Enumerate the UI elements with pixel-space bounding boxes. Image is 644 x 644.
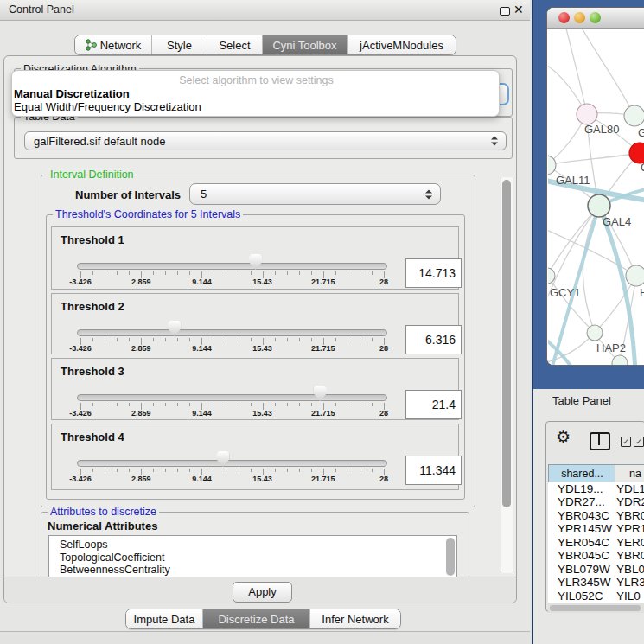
threshold-slider-track[interactable]: [77, 329, 387, 336]
cell-name: YBR0: [616, 549, 644, 562]
slider-tick: [129, 403, 130, 406]
network-node-label: GA: [638, 126, 644, 139]
cell-shared-name: YBR043C: [558, 509, 609, 522]
tab-select[interactable]: Select: [207, 35, 262, 54]
float-window-icon[interactable]: [500, 7, 510, 16]
threshold-label: Threshold 4: [61, 430, 124, 443]
tab-jactivemnodules[interactable]: jActiveMNodules: [347, 35, 456, 54]
tab-discretize-data[interactable]: Discretize Data: [202, 609, 309, 628]
cell-name: YPR1: [616, 522, 644, 535]
slider-tick: [189, 469, 190, 472]
table-row[interactable]: YPR145WYPR1: [548, 522, 644, 535]
close-traffic-light-icon[interactable]: [558, 12, 570, 23]
settings-scrollbar-thumb[interactable]: [502, 180, 511, 507]
slider-tick-label: 2.859: [122, 475, 160, 483]
slider-tick: [177, 271, 178, 275]
threshold-value-field[interactable]: 11.344: [405, 456, 462, 485]
table-hscrollbar-track[interactable]: [548, 603, 644, 613]
table-data-combobox[interactable]: galFiltered.sif default node: [24, 131, 507, 150]
minimize-traffic-light-icon[interactable]: [574, 12, 585, 23]
slider-tick: [287, 338, 288, 341]
apply-button[interactable]: Apply: [233, 582, 292, 603]
checkbox-icon[interactable]: [621, 437, 631, 447]
tab-cyni-toolbox[interactable]: Cyni Toolbox: [262, 35, 347, 54]
attribute-list-item[interactable]: BetweennessCentrality: [49, 564, 456, 577]
tab-infer-network[interactable]: Infer Network: [309, 609, 400, 628]
threshold-slider-track[interactable]: [77, 460, 387, 467]
tab-network[interactable]: Network: [75, 35, 151, 54]
slider-tick-label: 15.43: [244, 344, 282, 353]
slider-tick: [105, 403, 105, 406]
network-window: GAL80GACGAL11GAL4GCY1HHAP2: [546, 7, 644, 366]
table-row[interactable]: YIL052CYIL0: [548, 590, 644, 603]
slider-tick: [239, 271, 239, 275]
slider-tick: [226, 403, 226, 406]
column-header-name[interactable]: na: [615, 464, 644, 484]
slider-tick: [348, 338, 348, 341]
gear-icon[interactable]: ⚙: [556, 428, 571, 447]
cell-name: YER0: [616, 536, 644, 549]
menu-item-equal-width-frequency[interactable]: Equal Width/Frequency Discretization: [14, 100, 201, 113]
network-node-GAL80[interactable]: [577, 104, 597, 124]
threshold-value-field[interactable]: 21.4: [405, 390, 462, 419]
numerical-attributes-list[interactable]: SelfLoopsTopologicalCoefficientBetweenne…: [48, 535, 457, 577]
slider-tick: [153, 271, 154, 275]
slider-tick: [299, 338, 300, 341]
combo-arrows-icon: [425, 188, 432, 200]
slider-tick: [153, 338, 154, 341]
table-row[interactable]: YDL19...YDL1: [548, 482, 644, 495]
threshold-value-field[interactable]: 6.316: [405, 325, 462, 354]
slider-tick: [299, 469, 300, 472]
attribute-list-item[interactable]: TopologicalCoefficient: [49, 552, 456, 564]
attribute-list-item[interactable]: SelfLoops: [49, 539, 456, 552]
table-row[interactable]: YER054CYER0: [548, 536, 644, 549]
slider-tick-label: 2.859: [122, 277, 160, 286]
screen: Control Panel ✕ NetworkStyleSelectCyni T…: [0, 0, 644, 644]
slider-tick: [153, 403, 154, 406]
cell-shared-name: YPR145W: [558, 522, 612, 535]
tab-impute-data[interactable]: Impute Data: [126, 609, 202, 628]
slider-tick: [239, 469, 239, 472]
threshold-value-field[interactable]: 14.713: [405, 258, 462, 288]
algorithm-dropdown-popup: Select algorithm to view settings Manual…: [11, 70, 500, 117]
threshold-slider-track[interactable]: [77, 263, 387, 270]
table-row[interactable]: YBR045CYBR0: [548, 549, 644, 562]
network-node-top-right[interactable]: [624, 105, 644, 126]
column-selector-icon[interactable]: [590, 432, 610, 450]
threshold-slider-track[interactable]: [77, 394, 387, 401]
slider-tick: [105, 271, 105, 275]
slider-tick-label: 15.43: [244, 409, 282, 418]
list-scrollbar-thumb[interactable]: [446, 538, 455, 576]
slider-tick: [214, 338, 214, 341]
number-of-intervals-combobox[interactable]: 5: [189, 183, 441, 205]
network-node-GAL4[interactable]: [588, 194, 610, 217]
column-header-shared-name[interactable]: shared...: [548, 464, 616, 484]
table-row[interactable]: YDR27...YDR2: [548, 495, 644, 508]
slider-tick: [311, 338, 312, 341]
network-node-label: GAL11: [556, 174, 590, 187]
slider-tick-label: 21.715: [304, 277, 342, 286]
tab-label: Style: [167, 39, 192, 52]
slider-tick-label: -3.426: [61, 277, 99, 286]
menu-item-manual-discretization[interactable]: Manual Discretization: [14, 87, 130, 100]
table-row[interactable]: YBR043CYBR0: [548, 509, 644, 522]
slider-tick: [372, 338, 373, 341]
checkbox-icon[interactable]: [634, 437, 644, 447]
interval-definition-legend: Interval Definition: [48, 169, 137, 181]
tab-style[interactable]: Style: [151, 35, 207, 54]
table-hscrollbar-thumb[interactable]: [550, 605, 641, 611]
slider-tick: [92, 338, 93, 341]
slider-tick: [287, 271, 288, 275]
network-node-label: GAL4: [603, 215, 631, 228]
slider-tick: [117, 403, 118, 406]
slider-tick-label: 15.43: [244, 475, 282, 483]
close-icon[interactable]: ✕: [513, 3, 524, 16]
network-canvas[interactable]: GAL80GACGAL11GAL4GCY1HHAP2: [548, 29, 644, 366]
table-row[interactable]: YLR345WYLR3: [548, 576, 644, 589]
table-row[interactable]: YBL079WYBL0: [548, 563, 644, 576]
attributes-legend: Attributes to discretize: [48, 506, 159, 518]
network-node-HAP2[interactable]: [587, 325, 603, 341]
slider-tick-label: -3.426: [61, 409, 99, 418]
zoom-traffic-light-icon[interactable]: [590, 12, 601, 23]
network-node-H-node[interactable]: [626, 265, 644, 286]
